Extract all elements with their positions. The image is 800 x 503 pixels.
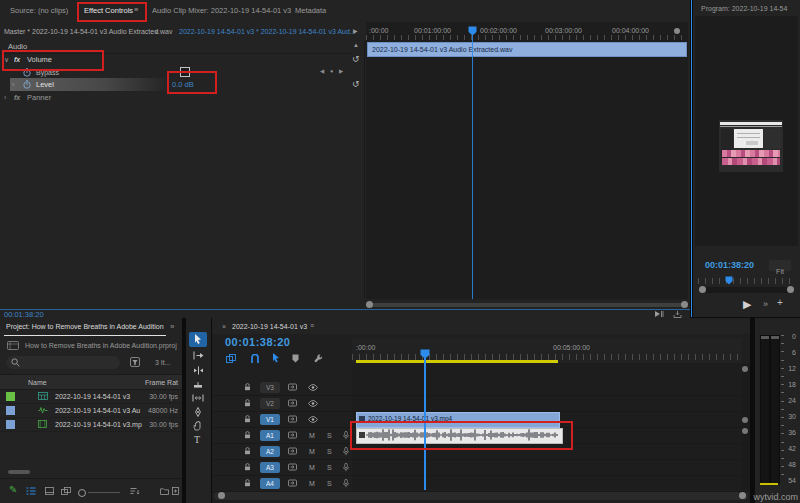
track-target-a4[interactable]: A4 <box>260 478 280 489</box>
timeline-settings-wrench-icon[interactable] <box>314 354 323 363</box>
track-target-v2[interactable]: V2 <box>260 398 280 409</box>
level-value[interactable]: 0.0 dB <box>172 80 194 89</box>
program-timecode[interactable]: 00:01:38:20 <box>705 260 754 270</box>
ripple-edit-tool[interactable] <box>193 366 204 375</box>
mute-button[interactable]: M <box>309 447 315 456</box>
icon-view-icon[interactable] <box>45 487 54 495</box>
fit-dropdown[interactable]: Fit <box>769 260 791 271</box>
nest-sequence-icon[interactable] <box>226 354 236 363</box>
program-playhead-marker[interactable] <box>725 276 733 285</box>
solo-button[interactable]: S <box>327 431 332 440</box>
voiceover-mic-icon[interactable] <box>343 431 349 440</box>
track-target-a1[interactable]: A1 <box>260 430 280 441</box>
type-tool[interactable]: T <box>194 434 200 445</box>
mute-button[interactable]: M <box>309 463 315 472</box>
export-icon[interactable] <box>673 310 682 318</box>
search-input[interactable] <box>23 357 119 369</box>
sync-lock-icon[interactable] <box>288 415 297 423</box>
sync-lock-icon[interactable] <box>288 463 297 471</box>
add-marker-icon[interactable] <box>292 354 299 363</box>
column-header-rate[interactable]: Frame Rat <box>145 378 178 387</box>
tab-audio-clip-mixer[interactable]: Audio Clip Mixer: 2022-10-19 14-54-01 v3 <box>152 6 291 15</box>
volume-reset-button[interactable]: ↺ <box>352 54 360 64</box>
level-reset-button[interactable]: ↺ <box>352 79 360 89</box>
tab-source-monitor[interactable]: Source: (no clips) <box>10 6 68 15</box>
sync-lock-icon[interactable] <box>288 399 297 407</box>
ec-playhead-line[interactable] <box>472 35 473 299</box>
play-around-icon[interactable] <box>654 310 664 318</box>
track-visibility-eye-icon[interactable] <box>308 384 318 391</box>
lock-icon[interactable] <box>244 479 251 487</box>
voiceover-mic-icon[interactable] <box>343 447 349 456</box>
track-visibility-eye-icon[interactable] <box>308 400 318 407</box>
track-target-v1[interactable]: V1 <box>260 414 280 425</box>
new-bin-icon[interactable] <box>160 487 169 495</box>
track-visibility-eye-icon[interactable] <box>308 416 318 423</box>
mute-button[interactable]: M <box>309 431 315 440</box>
level-expand-icon[interactable]: › <box>12 80 14 89</box>
pen-tool[interactable] <box>194 407 202 417</box>
label-swatch-blue[interactable] <box>6 406 15 415</box>
program-scrollbar[interactable] <box>699 287 794 293</box>
zoom-slider-handle[interactable] <box>78 489 86 497</box>
track-select-tool[interactable] <box>193 351 204 360</box>
mute-button[interactable]: M <box>309 479 315 488</box>
ec-mini-timeline[interactable]: :00:00 00:01:00:00 00:02:00:00 00:03:00:… <box>366 22 688 299</box>
panner-effect-label[interactable]: Panner <box>27 93 51 102</box>
timeline-menu-icon[interactable]: ≡ <box>310 321 314 330</box>
voiceover-mic-icon[interactable] <box>343 463 349 472</box>
project-row[interactable]: 2022-10-19 14-54-01 v3 Au 48000 Hz <box>0 403 182 418</box>
project-home-icon[interactable] <box>7 341 19 350</box>
track-target-a3[interactable]: A3 <box>260 462 280 473</box>
label-swatch-blue[interactable] <box>6 420 15 429</box>
video-scroll-handle[interactable] <box>742 366 748 372</box>
panel-menu-icon[interactable]: ≡ <box>134 5 138 14</box>
bypass-stopwatch-icon[interactable] <box>23 68 31 77</box>
track-target-v3[interactable]: V3 <box>260 382 280 393</box>
next-keyframe-icon[interactable]: ▶ <box>339 68 343 74</box>
tab-project[interactable]: Project: How to Remove Breaths in Adobe … <box>6 323 164 330</box>
video-clip[interactable]: 2022-10-19 14-54-01 v3.mp4 <box>356 412 560 428</box>
timeline-hscroll-right-handle[interactable] <box>739 492 746 499</box>
volume-collapse-icon[interactable]: ∨ <box>4 55 9 64</box>
audio-clip[interactable] <box>356 428 563 444</box>
timeline-playhead-line[interactable] <box>424 358 426 490</box>
program-scrollbar-right-handle[interactable] <box>787 286 794 293</box>
lock-icon[interactable] <box>244 431 251 439</box>
audio-scroll-handle-bottom[interactable] <box>742 428 748 434</box>
program-panel-title[interactable]: Program: 2022-10-19 14-54 <box>701 4 787 13</box>
project-hscrollbar[interactable] <box>8 470 30 474</box>
breadcrumb[interactable]: How to Remove Breaths in Adobe Audition.… <box>25 341 177 350</box>
linked-selection-icon[interactable] <box>272 353 280 363</box>
panner-expand-icon[interactable]: › <box>4 93 6 102</box>
ec-zoom-scrollbar-left-handle[interactable] <box>366 301 373 308</box>
tab-overflow-icon[interactable]: » <box>170 322 174 331</box>
project-row[interactable]: 2022-10-19 14-54-01 v3 30.00 fps <box>0 389 182 404</box>
list-view-icon[interactable] <box>26 487 36 495</box>
lock-icon[interactable] <box>244 447 251 455</box>
close-sequence-icon[interactable]: × <box>222 322 226 331</box>
project-row[interactable]: 2022-10-19 14-54-01 v3.mp 30.00 fps <box>0 417 182 432</box>
ec-scroll-up-icon[interactable]: ▲ <box>353 42 359 48</box>
lock-icon[interactable] <box>244 399 251 407</box>
sequence-clip-link[interactable]: 2022-10-19 14-54-01 v3 * 2022-10-19 14-5… <box>179 27 356 36</box>
lock-icon[interactable] <box>244 383 251 391</box>
timeline-hscrollbar[interactable] <box>214 492 748 500</box>
lock-icon[interactable] <box>244 463 251 471</box>
sync-lock-icon[interactable] <box>288 431 297 439</box>
solo-button[interactable]: S <box>327 463 332 472</box>
tab-metadata[interactable]: Metadata <box>295 6 326 15</box>
tab-sequence[interactable]: 2022-10-19 14-54-01 v3 <box>232 322 307 331</box>
level-stopwatch-icon[interactable] <box>23 80 31 89</box>
program-scrollbar-left-handle[interactable] <box>699 286 706 293</box>
sync-lock-icon[interactable] <box>288 479 297 487</box>
new-item-icon[interactable] <box>172 487 179 495</box>
snap-magnet-icon[interactable] <box>250 354 260 363</box>
master-clip-label[interactable]: Master * 2022-10-19 14-54-01 v3 Audio Ex… <box>4 27 173 36</box>
writable-pencil-icon[interactable]: ✎ <box>9 484 17 495</box>
volume-effect-label[interactable]: Volume <box>27 55 52 64</box>
add-button-icon[interactable]: + <box>777 297 783 308</box>
filter-bin-icon[interactable] <box>130 357 140 367</box>
timeline-timecode[interactable]: 00:01:38:20 <box>225 336 290 348</box>
ec-audio-clip-bar[interactable]: 2022-10-19 14-54-01 v3 Audio Extracted.w… <box>367 42 687 57</box>
